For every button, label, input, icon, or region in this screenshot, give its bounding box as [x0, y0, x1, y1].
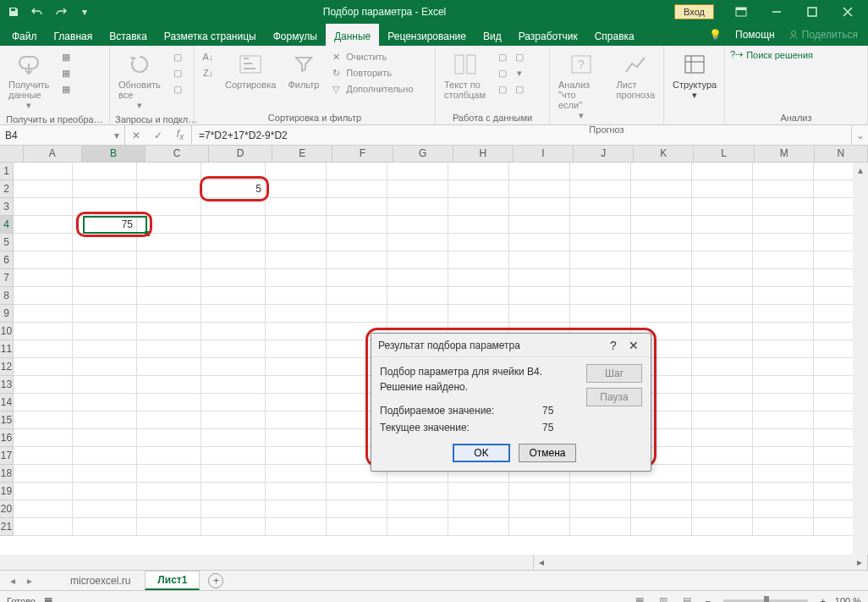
cell[interactable]	[509, 269, 570, 286]
cell[interactable]	[201, 198, 266, 215]
cell[interactable]	[448, 180, 509, 197]
cell[interactable]	[266, 163, 327, 179]
cell[interactable]	[753, 411, 814, 428]
cell[interactable]	[201, 216, 266, 233]
menu-tab-данные[interactable]: Данные	[326, 24, 379, 46]
row-header[interactable]: 5	[0, 234, 14, 251]
cell[interactable]	[327, 163, 387, 179]
cell[interactable]	[753, 163, 814, 179]
cell[interactable]	[327, 518, 387, 535]
tab-prev-icon[interactable]: ◂	[5, 573, 20, 588]
cell[interactable]	[14, 323, 73, 340]
row-header[interactable]: 12	[0, 358, 14, 376]
cell[interactable]	[266, 518, 327, 535]
sheet-tab-active[interactable]: Лист1	[145, 571, 200, 590]
cell[interactable]	[327, 287, 387, 304]
view-layout-icon[interactable]: ▥	[654, 594, 673, 603]
cell[interactable]	[73, 394, 137, 411]
cell[interactable]	[570, 500, 631, 517]
cell[interactable]	[692, 216, 753, 233]
cell[interactable]	[137, 305, 201, 322]
outline-button[interactable]: Структура▾	[669, 49, 720, 102]
cell[interactable]	[692, 429, 753, 446]
cell[interactable]	[137, 287, 201, 304]
cell[interactable]	[201, 394, 266, 411]
cell[interactable]	[570, 198, 631, 215]
cell[interactable]	[137, 163, 201, 179]
cell[interactable]	[448, 251, 509, 268]
cell[interactable]	[137, 216, 201, 233]
cell[interactable]	[448, 216, 509, 233]
cell[interactable]	[448, 483, 509, 500]
view-normal-icon[interactable]: ▦	[630, 594, 649, 603]
cell[interactable]	[692, 483, 753, 500]
tab-next-icon[interactable]: ▸	[22, 573, 37, 588]
cell[interactable]	[631, 287, 692, 304]
menu-tab-разметка страницы[interactable]: Разметка страницы	[156, 24, 265, 46]
cell[interactable]	[14, 376, 73, 393]
cell[interactable]	[753, 483, 814, 500]
cell[interactable]	[509, 234, 570, 251]
ribbon-options-icon[interactable]	[724, 0, 758, 24]
step-button[interactable]: Шаг	[586, 364, 642, 383]
cell[interactable]	[509, 198, 570, 215]
cell[interactable]	[14, 394, 73, 411]
cell[interactable]	[201, 465, 266, 482]
cell[interactable]	[266, 376, 327, 393]
menu-tab-рецензирование[interactable]: Рецензирование	[379, 24, 475, 46]
cell[interactable]	[266, 394, 327, 411]
small-icon[interactable]: ▦	[58, 65, 74, 80]
clear-filter-button[interactable]: ✕Очистить	[327, 49, 415, 64]
cell[interactable]	[137, 447, 201, 464]
cell[interactable]	[73, 269, 137, 286]
formula-cancel-icon[interactable]: ✕	[125, 125, 147, 145]
cell[interactable]	[327, 305, 387, 322]
cell[interactable]	[201, 500, 266, 517]
cell[interactable]	[73, 483, 137, 500]
cell[interactable]	[327, 198, 387, 215]
row-header[interactable]: 18	[0, 465, 14, 483]
cell[interactable]	[201, 411, 266, 428]
column-header[interactable]: G	[393, 146, 453, 162]
small-icon[interactable]: ▢	[169, 81, 186, 97]
cell[interactable]	[753, 518, 814, 535]
undo-icon[interactable]	[27, 2, 47, 22]
cell[interactable]	[201, 429, 266, 446]
cell[interactable]	[137, 323, 201, 340]
cell[interactable]	[327, 216, 387, 233]
cell[interactable]	[201, 323, 266, 340]
name-box[interactable]: B4▾	[0, 125, 125, 145]
cell[interactable]	[73, 447, 137, 464]
cell[interactable]	[631, 483, 692, 500]
cell[interactable]	[753, 323, 814, 340]
menu-tab-главная[interactable]: Главная	[46, 24, 102, 46]
cell[interactable]	[448, 269, 509, 286]
cell[interactable]	[692, 447, 753, 464]
cell[interactable]	[137, 500, 201, 517]
advanced-filter-button[interactable]: ▽Дополнительно	[327, 81, 415, 97]
cell[interactable]	[509, 500, 570, 517]
row-header[interactable]: 1	[0, 163, 14, 180]
column-header[interactable]: A	[24, 146, 82, 162]
get-data-button[interactable]: Получить данные▾	[5, 49, 52, 113]
cell[interactable]	[692, 340, 753, 357]
save-icon[interactable]	[3, 2, 24, 22]
cell[interactable]	[387, 518, 448, 535]
cell[interactable]	[692, 358, 753, 375]
cell[interactable]	[387, 180, 448, 197]
cell[interactable]	[201, 483, 266, 500]
cell[interactable]	[73, 323, 137, 340]
cell[interactable]	[73, 305, 137, 322]
cell[interactable]	[387, 251, 448, 268]
cell[interactable]	[73, 376, 137, 393]
cell[interactable]	[137, 394, 201, 411]
cell[interactable]	[14, 483, 73, 500]
column-header[interactable]: N	[815, 146, 868, 162]
cell[interactable]	[201, 376, 266, 393]
cell[interactable]	[137, 411, 201, 428]
cell[interactable]	[570, 180, 631, 197]
cell[interactable]	[692, 251, 753, 268]
cell[interactable]	[14, 234, 73, 251]
row-header[interactable]: 11	[0, 340, 14, 358]
cell[interactable]	[266, 465, 327, 482]
